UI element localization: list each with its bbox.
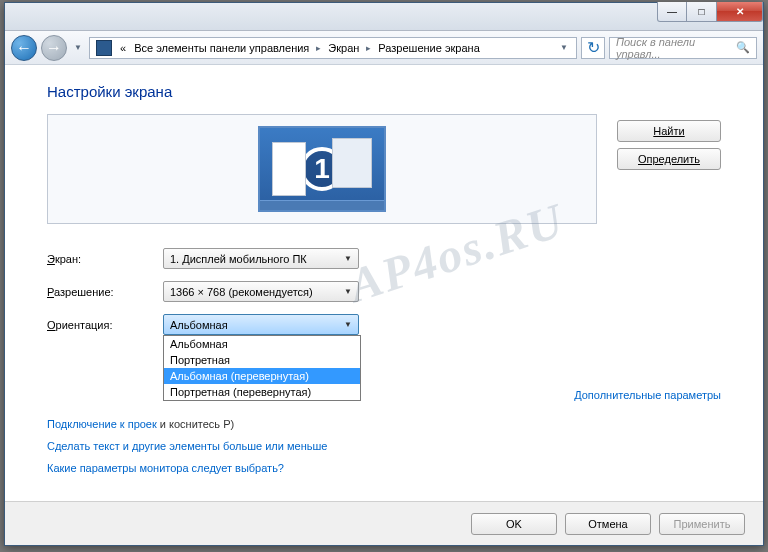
display-preview-box[interactable]: 1 <box>47 114 597 224</box>
page-title: Настройки экрана <box>47 83 721 100</box>
breadcrumb-seg-control-panel[interactable]: Все элементы панели управления <box>130 38 313 58</box>
orientation-option-landscape[interactable]: Альбомная <box>164 336 360 352</box>
breadcrumb-prefix: « <box>116 38 130 58</box>
ok-button[interactable]: OK <box>471 513 557 535</box>
orientation-combobox[interactable]: Альбомная ▼ Альбомная Портретная Альбомн… <box>163 314 359 335</box>
search-input[interactable]: Поиск в панели управл... 🔍 <box>609 37 757 59</box>
window: — □ ✕ ← → ▼ « Все элементы панели управл… <box>4 2 764 546</box>
maximize-button[interactable]: □ <box>687 2 717 22</box>
close-button[interactable]: ✕ <box>717 2 763 22</box>
detect-button[interactable]: Определить <box>617 148 721 170</box>
arrow-right-icon: → <box>46 39 62 57</box>
breadcrumb[interactable]: « Все элементы панели управления ▸ Экран… <box>89 37 577 59</box>
advanced-settings-link[interactable]: Дополнительные параметры <box>47 389 721 401</box>
link-text-size[interactable]: Сделать текст и другие элементы больше и… <box>47 435 721 457</box>
titlebar[interactable]: — □ ✕ <box>5 3 763 31</box>
refresh-button[interactable]: ↻ <box>581 37 605 59</box>
navbar: ← → ▼ « Все элементы панели управления ▸… <box>5 31 763 65</box>
orientation-option-landscape-flipped[interactable]: Альбомная (перевернутая) <box>164 368 360 384</box>
monitor-window-icon <box>272 142 306 196</box>
resolution-combobox[interactable]: 1366 × 768 (рекомендуется) ▼ <box>163 281 359 302</box>
refresh-icon: ↻ <box>587 38 600 57</box>
row-orientation: Ориентация: Альбомная ▼ Альбомная Портре… <box>47 314 721 335</box>
screen-value: 1. Дисплей мобильного ПК <box>170 253 307 265</box>
find-button[interactable]: Найти <box>617 120 721 142</box>
minimize-button[interactable]: — <box>657 2 687 22</box>
link-which-monitor[interactable]: Какие параметры монитора следует выбрать… <box>47 457 721 479</box>
apply-button[interactable]: Применить <box>659 513 745 535</box>
side-buttons: Найти Определить <box>617 114 721 170</box>
link-connect-projector[interactable]: Подключение к проек и коснитесь P) <box>47 413 721 435</box>
orientation-label: Ориентация: <box>47 319 163 331</box>
chevron-right-icon[interactable]: ▸ <box>313 43 324 53</box>
breadcrumb-dropdown-icon[interactable]: ▼ <box>554 43 574 52</box>
breadcrumb-seg-screen[interactable]: Экран <box>324 38 363 58</box>
button-bar: OK Отмена Применить <box>5 501 763 545</box>
arrow-left-icon: ← <box>16 39 32 57</box>
monitor-taskbar-icon <box>260 200 384 210</box>
screen-combobox[interactable]: 1. Дисплей мобильного ПК ▼ <box>163 248 359 269</box>
forward-button[interactable]: → <box>41 35 67 61</box>
search-icon: 🔍 <box>736 41 750 54</box>
control-panel-icon <box>96 40 112 56</box>
search-placeholder: Поиск в панели управл... <box>616 36 736 60</box>
cancel-button[interactable]: Отмена <box>565 513 651 535</box>
orientation-value: Альбомная <box>170 319 228 331</box>
monitor-window-icon <box>332 138 372 188</box>
chevron-down-icon: ▼ <box>344 320 352 329</box>
chevron-down-icon: ▼ <box>344 287 352 296</box>
orientation-option-portrait-flipped[interactable]: Портретная (перевернутая) <box>164 384 360 400</box>
resolution-label: Разрешение: <box>47 286 163 298</box>
orientation-option-portrait[interactable]: Портретная <box>164 352 360 368</box>
window-controls: — □ ✕ <box>657 2 763 22</box>
screen-label: Экран: <box>47 253 163 265</box>
row-resolution: Разрешение: 1366 × 768 (рекомендуется) ▼ <box>47 281 721 302</box>
row-screen: Экран: 1. Дисплей мобильного ПК ▼ <box>47 248 721 269</box>
monitor-thumbnail[interactable]: 1 <box>258 126 386 212</box>
chevron-right-icon[interactable]: ▸ <box>363 43 374 53</box>
orientation-dropdown-list: Альбомная Портретная Альбомная (переверн… <box>163 335 361 401</box>
back-button[interactable]: ← <box>11 35 37 61</box>
content-area: Настройки экрана 1 Найти Определить Экра… <box>5 65 763 501</box>
resolution-value: 1366 × 768 (рекомендуется) <box>170 286 313 298</box>
chevron-down-icon: ▼ <box>344 254 352 263</box>
nav-history-dropdown[interactable]: ▼ <box>71 38 85 58</box>
breadcrumb-seg-resolution[interactable]: Разрешение экрана <box>374 38 483 58</box>
help-links: Подключение к проек и коснитесь P) Сдела… <box>47 413 721 479</box>
preview-row: 1 Найти Определить <box>47 114 721 224</box>
